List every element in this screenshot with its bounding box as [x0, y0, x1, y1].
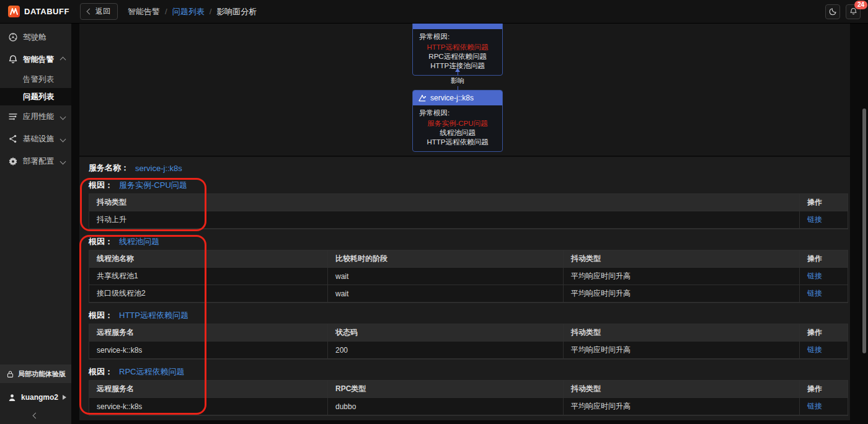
username: kuangmo2: [21, 393, 58, 402]
service-icon: [418, 94, 427, 102]
chevron-down-icon: [60, 136, 66, 143]
sidebar-item-label: 部署配置: [23, 156, 54, 167]
top-bar: DATABUFF 返回 智能告警 / 问题列表 / 影响面分析 24: [0, 0, 868, 24]
detail-link[interactable]: 链接: [807, 271, 822, 281]
root-cause-link[interactable]: 线程池问题: [119, 236, 159, 247]
graph-node-title: service-j::k8s: [430, 94, 474, 102]
breadcrumb: 智能告警 / 问题列表 / 影响面分析: [128, 6, 257, 17]
sidebar-item-label: 驾驶舱: [23, 32, 46, 43]
chevron-down-icon: [60, 114, 66, 120]
table-cell: 平均响应时间升高: [564, 342, 800, 359]
infrastructure-icon: [8, 134, 18, 144]
sidebar-item-label: 告警列表: [23, 74, 54, 85]
column-header: 远程服务名: [89, 381, 328, 398]
table-cell: service-k::k8s: [89, 342, 328, 359]
back-button[interactable]: 返回: [80, 3, 118, 20]
trial-version-label: 局部功能体验版: [18, 369, 66, 379]
back-button-label: 返回: [95, 6, 110, 17]
table-cell: wait: [328, 268, 564, 285]
impact-edge-label: 影响: [451, 76, 464, 86]
logo-text: DATABUFF: [24, 7, 69, 16]
root-cause-link[interactable]: 服务实例-CPU问题: [119, 180, 187, 191]
column-header: 操作: [800, 194, 848, 211]
chevron-left-icon: [87, 9, 93, 15]
root-cause-detail-panel: 服务名称： service-j::k8s 根因： 服务实例-CPU问题 抖动类型…: [79, 157, 850, 420]
cpu-issue-table: 抖动类型 操作 抖动上升 链接: [89, 193, 848, 229]
column-header: RPC类型: [328, 381, 564, 398]
chevron-down-icon: [60, 159, 66, 165]
table-cell: wait: [328, 285, 564, 303]
column-header: 抖动类型: [564, 250, 800, 268]
detail-link[interactable]: 链接: [807, 401, 822, 412]
bell-icon: [8, 55, 18, 64]
moon-icon: [829, 7, 837, 15]
cause-item[interactable]: 服务实例-CPU问题: [417, 119, 498, 128]
root-cause-link[interactable]: RPC远程依赖问题: [119, 366, 184, 378]
sidebar-item-label: 应用性能: [23, 112, 54, 122]
expand-right-icon: [63, 395, 66, 400]
databuff-logo-icon: [8, 6, 20, 17]
column-header: 远程服务名: [89, 324, 328, 342]
detail-link[interactable]: 链接: [807, 345, 822, 355]
http-dependency-table: 远程服务名 状态码 抖动类型 操作 service-k::k8s 200 平均响…: [89, 324, 848, 360]
root-cause-label: 异常根因:: [417, 108, 498, 118]
sidebar-item-app-performance[interactable]: 应用性能: [0, 105, 71, 128]
lock-icon: [6, 370, 14, 378]
root-cause-section-threadpool: 根因： 线程池问题 线程池名称 比较耗时的阶段 抖动类型 操作 共享线程池1 w…: [89, 237, 848, 303]
cause-item[interactable]: 线程池问题: [417, 128, 498, 138]
sidebar-item-alert-list[interactable]: 告警列表: [0, 71, 71, 88]
sidebar-item-problem-list[interactable]: 问题列表: [0, 88, 71, 105]
user-menu[interactable]: kuangmo2: [0, 388, 71, 407]
table-cell: dubbo: [328, 398, 564, 415]
root-cause-label: 根因：: [89, 310, 113, 321]
trial-version-banner[interactable]: 局部功能体验版: [0, 364, 71, 383]
root-cause-label: 根因：: [89, 366, 113, 378]
graph-node-service-j[interactable]: service-j::k8s 异常根因: 服务实例-CPU问题 线程池问题 HT…: [412, 90, 503, 152]
cause-item[interactable]: HTTP远程依赖问题: [417, 138, 498, 147]
graph-node-header: [413, 24, 502, 29]
user-icon: [7, 393, 17, 402]
app-root: DATABUFF 返回 智能告警 / 问题列表 / 影响面分析 24: [0, 0, 868, 424]
breadcrumb-item-impact-analysis: 影响面分析: [216, 6, 257, 17]
root-cause-label: 异常根因:: [417, 32, 498, 42]
sidebar: 驾驶舱 智能告警 告警列表 问题列表 应用性能 基础设施 部署配置: [0, 24, 71, 424]
cause-item[interactable]: HTTP远程依赖问题: [417, 43, 498, 52]
table-cell: 链接: [800, 342, 848, 359]
sidebar-item-deploy-config[interactable]: 部署配置: [0, 150, 71, 172]
sidebar-item-label: 问题列表: [23, 92, 54, 102]
root-cause-link[interactable]: HTTP远程依赖问题: [119, 310, 188, 321]
detail-link[interactable]: 链接: [807, 214, 822, 225]
table-cell: 链接: [800, 398, 848, 415]
service-name-row: 服务名称： service-j::k8s: [89, 163, 848, 173]
rpc-dependency-table: 远程服务名 RPC类型 抖动类型 操作 service-k::k8s dubbo…: [89, 380, 848, 416]
root-cause-label: 根因：: [89, 180, 113, 191]
root-cause-section-http-dependency: 根因： HTTP远程依赖问题 远程服务名 状态码 抖动类型 操作 service…: [89, 311, 848, 360]
column-header: 线程池名称: [89, 250, 328, 268]
table-cell: 接口级线程池2: [89, 285, 328, 303]
impact-graph-panel: 异常根因: HTTP远程依赖问题 RPC远程依赖问题 HTTP连接池问题 影响 …: [79, 24, 850, 156]
service-name-link[interactable]: service-j::k8s: [135, 164, 182, 173]
sidebar-collapse-button[interactable]: [0, 407, 71, 424]
column-header: 操作: [800, 324, 848, 342]
table-cell: 抖动上升: [89, 211, 800, 229]
breadcrumb-item-alerts[interactable]: 智能告警: [128, 6, 160, 17]
sidebar-item-infrastructure[interactable]: 基础设施: [0, 128, 71, 150]
table-cell: 200: [328, 342, 564, 359]
performance-icon: [8, 112, 18, 121]
detail-link[interactable]: 链接: [807, 288, 822, 299]
vertical-scrollbar-thumb[interactable]: [862, 108, 866, 353]
cause-item[interactable]: RPC远程依赖问题: [417, 52, 498, 61]
impact-edge: 影响: [412, 68, 503, 90]
logo[interactable]: DATABUFF: [0, 6, 71, 17]
sidebar-item-smart-alerts[interactable]: 智能告警: [0, 48, 71, 71]
breadcrumb-separator: /: [165, 7, 167, 16]
threadpool-issue-table: 线程池名称 比较耗时的阶段 抖动类型 操作 共享线程池1 wait 平均响应时间…: [89, 250, 848, 303]
table-cell: 平均响应时间升高: [564, 268, 800, 285]
sidebar-item-label: 基础设施: [23, 134, 54, 144]
breadcrumb-item-problem-list[interactable]: 问题列表: [172, 6, 205, 17]
root-cause-label: 根因：: [89, 236, 113, 247]
notifications-button[interactable]: 24: [846, 4, 861, 19]
theme-toggle-button[interactable]: [825, 4, 840, 19]
sidebar-item-cockpit[interactable]: 驾驶舱: [0, 26, 71, 48]
table-cell: 平均响应时间升高: [564, 398, 800, 415]
